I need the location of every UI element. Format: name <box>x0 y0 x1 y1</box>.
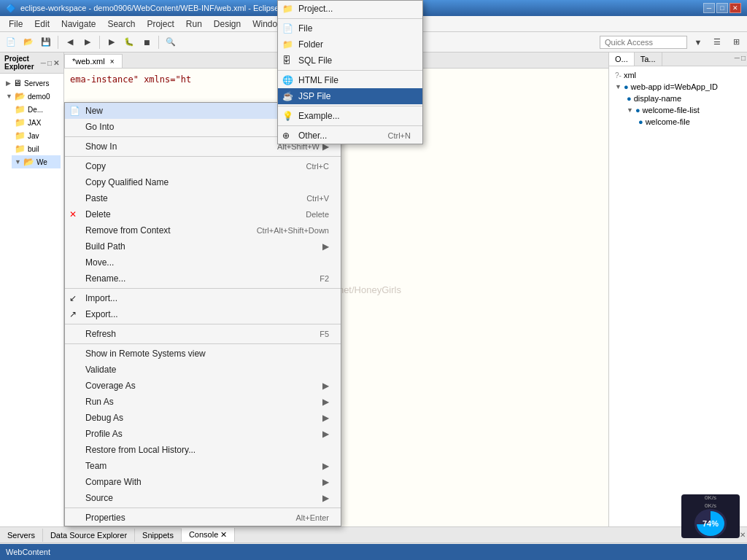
tab-label: O... <box>615 55 628 63</box>
cm-item-debug-as[interactable]: Debug As ▶ <box>65 410 341 426</box>
cm-item-properties[interactable]: Properties Alt+Enter <box>65 510 341 526</box>
cm-item-remove-context[interactable]: Remove from Context Ctrl+Alt+Shift+Down <box>65 222 341 238</box>
import-icon: ↙ <box>69 293 77 303</box>
sm-item-example[interactable]: 💡 Example... <box>278 108 422 124</box>
menu-design[interactable]: Design <box>208 18 247 31</box>
toolbar-search[interactable]: 🔍 <box>163 34 179 50</box>
cm-item-compare-with[interactable]: Compare With ▶ <box>65 474 341 490</box>
close-button[interactable]: ✕ <box>729 3 741 13</box>
sm-item-jsp-file[interactable]: ☕ JSP File <box>278 88 422 104</box>
sm-item-sql-file[interactable]: 🗄 SQL File <box>278 52 422 69</box>
quick-access-input[interactable] <box>600 36 687 49</box>
cm-item-copy[interactable]: Copy Ctrl+C <box>65 158 341 174</box>
tree-label: Jav <box>28 132 39 140</box>
sm-item-html-file[interactable]: 🌐 HTML File <box>278 72 422 88</box>
cm-item-paste[interactable]: Paste Ctrl+V <box>65 190 341 206</box>
cm-item-export[interactable]: ↗ Export... <box>65 306 341 322</box>
cm-restore-local-label: Restore from Local History... <box>85 445 329 455</box>
menu-file[interactable]: File <box>3 18 28 31</box>
sm-sep1 <box>278 18 422 19</box>
quick-access-btn[interactable]: ▼ <box>690 34 706 50</box>
delete-icon: ✕ <box>69 209 77 219</box>
outline-item-xml[interactable]: ?- xml <box>612 69 744 81</box>
outline-item-displayname[interactable]: ● display-name <box>624 93 744 104</box>
network-percent: 74% <box>703 519 719 528</box>
sm-item-project[interactable]: 📁 Project... <box>278 1 422 17</box>
toolbar-new[interactable]: 📄 <box>3 34 19 50</box>
cm-item-profile-as[interactable]: Profile As ▶ <box>65 426 341 442</box>
tab-console[interactable]: Console ✕ <box>182 528 235 542</box>
toolbar-save[interactable]: 💾 <box>38 34 54 50</box>
editor-tab-webxml[interactable]: *web.xml × <box>64 54 123 68</box>
outline-item-webapp[interactable]: ▼ ● web-app id=WebApp_ID <box>612 81 744 93</box>
toolbar-debug[interactable]: 🐛 <box>121 34 137 50</box>
cm-source-label: Source <box>85 493 320 503</box>
sm-sql-file-label: SQL File <box>298 55 411 66</box>
cm-item-rename[interactable]: Rename... F2 <box>65 271 341 287</box>
outline-item-welcomelist[interactable]: ▼ ● welcome-file-list <box>624 104 744 116</box>
tree-item-servers[interactable]: ▶ 🖥 Servers <box>3 77 61 90</box>
toolbar-open[interactable]: 📂 <box>20 34 36 50</box>
cm-item-copy-qualified[interactable]: Copy Qualified Name <box>65 174 341 190</box>
cm-item-build-path[interactable]: Build Path ▶ <box>65 238 341 254</box>
cm-item-refresh[interactable]: Refresh F5 <box>65 326 341 342</box>
menu-edit[interactable]: Edit <box>28 18 55 31</box>
tree-item-jax[interactable]: 📁 JAX <box>12 116 61 129</box>
tree-item-de[interactable]: 📁 De... <box>12 103 61 116</box>
project-icon: 📂 <box>15 91 26 101</box>
toolbar-stop[interactable]: ⏹ <box>139 34 155 50</box>
cm-run-as-label: Run As <box>85 397 320 407</box>
tree-item-demo[interactable]: ▼ 📂 demo0 <box>3 90 61 103</box>
cm-item-delete[interactable]: ✕ Delete Delete <box>65 206 341 222</box>
panel-minimize-btn[interactable]: ─ <box>41 59 46 67</box>
cm-team-arrow: ▶ <box>322 461 329 471</box>
maximize-button[interactable]: □ <box>716 3 728 13</box>
cm-item-move[interactable]: Move... <box>65 254 341 271</box>
tree-label: JAX <box>28 119 41 127</box>
export-icon: ↗ <box>69 309 77 319</box>
folder-icon: 📁 <box>15 117 26 128</box>
outline-icon: ● <box>627 94 632 103</box>
folder-icon: 📁 <box>15 104 26 114</box>
perspective-btn[interactable]: ☰ <box>709 34 725 50</box>
cm-validate-label: Validate <box>85 365 329 375</box>
right-tab-tasks[interactable]: Ta... <box>635 52 662 66</box>
sm-item-folder[interactable]: 📁 Folder <box>278 36 422 52</box>
cm-item-run-as[interactable]: Run As ▶ <box>65 394 341 410</box>
toolbar-run[interactable]: ▶ <box>104 34 120 50</box>
menu-navigate[interactable]: Navigate <box>55 18 101 31</box>
sm-item-other[interactable]: ⊕ Other... Ctrl+N <box>278 128 422 144</box>
menu-search[interactable]: Search <box>101 18 141 31</box>
cm-item-validate[interactable]: Validate <box>65 362 341 378</box>
cm-item-show-remote[interactable]: Show in Remote Systems view <box>65 346 341 362</box>
cm-item-import[interactable]: ↙ Import... <box>65 290 341 306</box>
outline-item-welcomefile[interactable]: ● welcome-file <box>635 116 744 128</box>
panel-maximize-btn[interactable]: □ <box>47 59 52 67</box>
tree-item-webcontent[interactable]: ▼ 📂 We <box>12 155 61 168</box>
toolbar-back[interactable]: ◀ <box>62 34 78 50</box>
right-tab-outline[interactable]: O... <box>609 52 635 66</box>
view-btn[interactable]: ⊞ <box>728 34 744 50</box>
tab-snippets[interactable]: Snippets <box>135 529 182 542</box>
tab-close-btn[interactable]: × <box>110 58 115 66</box>
tab-label: *web.xml <box>72 57 105 66</box>
tree-item-jav[interactable]: 📁 Jav <box>12 129 61 142</box>
minimize-button[interactable]: ─ <box>703 3 715 13</box>
menu-run[interactable]: Run <box>180 18 208 31</box>
sm-item-file[interactable]: 📄 File <box>278 20 422 36</box>
sql-icon: 🗄 <box>282 55 291 66</box>
panel-close-btn[interactable]: ✕ <box>53 59 59 67</box>
tree-item-build[interactable]: 📁 buil <box>12 142 61 155</box>
right-panel-min-btn[interactable]: ─ <box>735 54 740 64</box>
cm-item-team[interactable]: Team ▶ <box>65 458 341 474</box>
bottom-close-btn[interactable]: ✕ <box>740 531 746 539</box>
tab-datasource[interactable]: Data Source Explorer <box>43 529 135 542</box>
cm-debug-as-label: Debug As <box>85 413 320 423</box>
cm-item-source[interactable]: Source ▶ <box>65 490 341 506</box>
right-panel-max-btn[interactable]: □ <box>741 54 746 64</box>
cm-item-restore-local[interactable]: Restore from Local History... <box>65 442 341 458</box>
tab-servers[interactable]: Servers <box>0 529 43 542</box>
cm-item-coverage-as[interactable]: Coverage As ▶ <box>65 378 341 394</box>
toolbar-forward[interactable]: ▶ <box>80 34 96 50</box>
menu-project[interactable]: Project <box>141 18 179 31</box>
